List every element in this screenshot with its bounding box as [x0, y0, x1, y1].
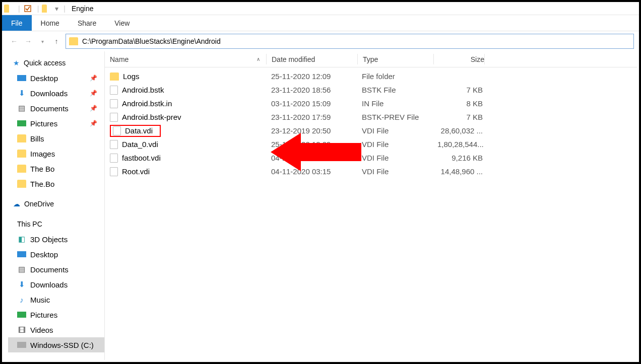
file-name: fastboot.vdi	[122, 154, 161, 162]
folder-icon	[17, 149, 26, 158]
titlebar-sep3: |	[63, 5, 66, 13]
folder-icon	[17, 164, 26, 173]
cloud-icon: ☁	[13, 200, 20, 208]
desktop-icon	[17, 250, 26, 259]
col-name[interactable]: Name ∧	[105, 55, 266, 63]
documents-icon: ▤	[17, 104, 26, 113]
address-bar[interactable]: C:\ProgramData\BlueStacks\Engine\Android	[66, 34, 634, 49]
3d-icon: ◧	[17, 235, 26, 244]
nav-recent-chevron-icon[interactable]: ▾	[35, 34, 49, 48]
file-row[interactable]: Android.bstk-prev23-11-2020 17:59BSTK-PR…	[105, 110, 637, 124]
ribbon-tabs: File Home Share View	[2, 15, 639, 31]
col-type[interactable]: Type	[358, 55, 433, 63]
sidebar-item-the-bo[interactable]: The Bo	[8, 161, 104, 176]
file-name: Android.bstk-prev	[122, 113, 181, 121]
file-icon	[110, 140, 118, 149]
sidebar-item-desktop[interactable]: Desktop 📌	[8, 70, 104, 86]
titlebar-sep: |	[18, 5, 20, 13]
sidebar-item-label: Windows-SSD (C:)	[30, 341, 94, 349]
file-icon	[110, 86, 118, 95]
sidebar-item-pc-desktop[interactable]: Desktop	[8, 247, 104, 262]
music-icon: ♪	[17, 295, 26, 304]
window-title: Engine	[72, 5, 94, 13]
sidebar-item-pictures[interactable]: Pictures 📌	[8, 116, 104, 131]
file-type: BSTK-PREV File	[357, 113, 432, 121]
nav-up-button[interactable]: ↑	[49, 34, 63, 48]
file-type: VDI File	[357, 154, 432, 162]
pin-icon: 📌	[90, 120, 97, 127]
sidebar-item-3d-objects[interactable]: ◧ 3D Objects	[8, 232, 104, 247]
sidebar-item-label: Bills	[30, 134, 44, 143]
sidebar-item-downloads[interactable]: ⬇ Downloads 📌	[8, 86, 104, 101]
explorer-window: | | ▾ | Engine File Home Share View ← → …	[0, 0, 641, 364]
nav-back-button[interactable]: ←	[7, 34, 21, 48]
file-row[interactable]: Data_0.vdi25-11-2020 12:09VDI File1,80,2…	[105, 137, 637, 151]
sidebar-item-label: 3D Objects	[30, 235, 68, 244]
nav-pane: ★ Quick access Desktop 📌 ⬇ Downloads 📌 ▤…	[4, 51, 105, 360]
folder-icon	[4, 4, 13, 13]
sidebar-item-videos[interactable]: 🎞 Videos	[8, 322, 104, 337]
videos-icon: 🎞	[17, 325, 26, 334]
folder-icon-title	[42, 4, 51, 13]
file-name: Data_0.vdi	[122, 140, 158, 149]
quick-access-header[interactable]: ★ Quick access	[8, 55, 104, 70]
sidebar-item-label: Videos	[30, 326, 53, 334]
file-date: 03-11-2020 15:09	[266, 99, 357, 108]
file-name: Android.bstk	[122, 86, 164, 94]
col-size[interactable]: Size	[434, 55, 484, 63]
nav-forward-button[interactable]: →	[21, 34, 35, 48]
file-icon	[110, 99, 118, 108]
pin-icon: 📌	[90, 90, 97, 97]
file-type: BSTK File	[357, 86, 432, 94]
file-name: Root.vdi	[122, 167, 150, 176]
qat-properties-icon[interactable]	[23, 4, 32, 13]
sidebar-item-windows-ssd[interactable]: Windows-SSD (C:)	[8, 337, 104, 352]
sidebar-item-music[interactable]: ♪ Music	[8, 292, 104, 307]
pin-icon: 📌	[90, 75, 97, 82]
qat-chevron-icon[interactable]: ▾	[55, 5, 58, 13]
sidebar-item-images[interactable]: Images	[8, 146, 104, 161]
col-date[interactable]: Date modified	[267, 55, 357, 63]
file-size: 8 KB	[432, 99, 483, 108]
file-size: 28,60,032 ...	[432, 126, 483, 135]
pictures-icon	[17, 310, 26, 319]
file-size: 7 KB	[432, 86, 483, 94]
sidebar-item-the-dot-bo[interactable]: The.Bo	[8, 176, 104, 191]
titlebar-sep2: |	[37, 5, 39, 13]
file-row[interactable]: Android.bstk23-11-2020 18:56BSTK File7 K…	[105, 83, 637, 97]
file-row[interactable]: fastboot.vdi04-11-2020 03:11VDI File9,21…	[105, 151, 637, 165]
tab-home[interactable]: Home	[32, 15, 69, 31]
pictures-icon	[17, 119, 26, 128]
sidebar-item-documents[interactable]: ▤ Documents 📌	[8, 101, 104, 116]
column-headers: Name ∧ Date modified Type Size	[105, 51, 637, 67]
file-icon	[110, 113, 118, 122]
downloads-icon: ⬇	[17, 89, 26, 98]
file-icon	[110, 154, 118, 163]
file-row[interactable]: Logs25-11-2020 12:09File folder	[105, 69, 637, 83]
tab-share[interactable]: Share	[69, 15, 105, 31]
sidebar-item-bills[interactable]: Bills	[8, 131, 104, 146]
sidebar-item-pc-documents[interactable]: ▤ Documents	[8, 262, 104, 277]
file-date: 23-11-2020 18:56	[266, 86, 357, 94]
sidebar-item-label: Pictures	[30, 119, 57, 128]
tab-file[interactable]: File	[2, 15, 32, 31]
onedrive-header[interactable]: ☁ OneDrive	[8, 196, 104, 211]
thispc-header[interactable]: This PC	[8, 216, 104, 232]
sidebar-item-pc-pictures[interactable]: Pictures	[8, 307, 104, 322]
sidebar-item-pc-downloads[interactable]: ⬇ Downloads	[8, 277, 104, 292]
sidebar-item-label: The.Bo	[30, 180, 54, 188]
downloads-icon: ⬇	[17, 280, 26, 289]
file-row[interactable]: Data.vdi23-12-2019 20:50VDI File28,60,03…	[105, 124, 637, 137]
file-name: Data.vdi	[125, 126, 153, 135]
sidebar-item-label: Desktop	[30, 74, 58, 83]
documents-icon: ▤	[17, 265, 26, 274]
file-type: VDI File	[357, 167, 432, 176]
file-size: 14,48,960 ...	[432, 167, 483, 176]
address-bar-row: ← → ▾ ↑ C:\ProgramData\BlueStacks\Engine…	[2, 31, 639, 51]
file-row[interactable]: Android.bstk.in03-11-2020 15:09IN File8 …	[105, 97, 637, 110]
tab-view[interactable]: View	[105, 15, 139, 31]
file-rows: Logs25-11-2020 12:09File folderAndroid.b…	[105, 67, 637, 180]
file-row[interactable]: Root.vdi04-11-2020 03:15VDI File14,48,96…	[105, 165, 637, 178]
sidebar-item-label: Images	[30, 150, 55, 158]
col-name-label: Name	[110, 55, 129, 63]
